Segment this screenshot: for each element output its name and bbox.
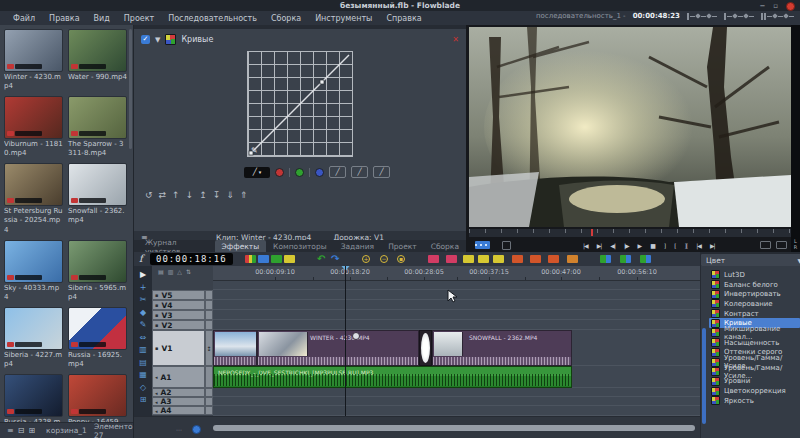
curves-editor[interactable]: ✎ (247, 51, 353, 157)
undo-icon[interactable]: ↶ (317, 252, 325, 265)
slip-tool-icon[interactable]: ▤ (139, 358, 147, 367)
track-active-indicator[interactable] (205, 388, 213, 397)
tab-Эффекты[interactable]: Эффекты (215, 240, 267, 252)
box-tool-icon[interactable]: ▦ (139, 370, 147, 379)
channel-select-button[interactable]: ╱ ▾ (244, 167, 270, 178)
clear-marks-icon[interactable]: ][ (685, 242, 688, 249)
trim-start-icon[interactable] (600, 255, 611, 263)
rows-view-icon[interactable]: ⊟ (18, 426, 25, 435)
chevron-down-icon[interactable]: ▼ (155, 36, 160, 44)
media-item[interactable]: Siberia - 4227.mp4 (4, 307, 63, 369)
move-up-icon[interactable]: ↑ (172, 190, 180, 200)
menu-item[interactable]: Инструменты (308, 14, 379, 23)
monitor-scrubber[interactable] (469, 229, 791, 237)
timeline-zoom-slider[interactable] (192, 425, 201, 434)
media-thumbnail[interactable] (68, 163, 127, 206)
media-scrollbar[interactable] (129, 29, 132, 149)
timeline-range-icon-2[interactable] (724, 13, 754, 20)
audio-mix-icon[interactable] (567, 255, 578, 263)
filter-category-select[interactable]: Цвет ▼ (700, 253, 800, 267)
filter-item[interactable]: Инвертировать (709, 289, 800, 299)
monitor-playhead[interactable] (591, 229, 593, 236)
filter-item[interactable]: Яркость (709, 396, 800, 406)
media-thumbnail[interactable] (68, 374, 127, 417)
track-active-indicator[interactable]: ↕ (205, 330, 213, 366)
move-top-icon[interactable]: ↥ (199, 190, 207, 200)
move-down-icon[interactable]: ↓ (186, 190, 194, 200)
grid-view-icon[interactable]: ⊞ (28, 426, 35, 435)
filter-item[interactable]: Lut3D (709, 270, 800, 280)
media-item[interactable]: Siberia - 5965.mp4 (68, 240, 127, 302)
media-item[interactable]: Snowfall - 2362.mp4 (68, 163, 127, 234)
lift-icon[interactable] (446, 255, 457, 263)
tab-Задания[interactable]: Задания (334, 240, 381, 252)
spacer-tool-icon[interactable]: ◇ (140, 383, 146, 392)
sync-icon[interactable]: △ (177, 268, 182, 275)
bin-menu-icon[interactable]: ≡ (7, 426, 14, 435)
zoom-in-icon[interactable]: + (362, 255, 370, 263)
timeline-scrollbar[interactable] (213, 425, 695, 431)
mark-out-icon[interactable]: [ (674, 242, 675, 249)
media-thumbnail[interactable] (4, 374, 63, 417)
clip-monitor-icon[interactable] (502, 241, 511, 250)
insert-icon[interactable] (271, 255, 282, 263)
next-frame-icon[interactable]: |▶ (624, 242, 629, 249)
filter-item[interactable]: Микширование канал... (709, 328, 800, 338)
save-stack-icon[interactable]: ⇓ (226, 190, 234, 200)
menu-item[interactable]: Проект (117, 14, 161, 23)
multitrim-tool-icon[interactable]: ⇔ (140, 333, 147, 342)
filter-item[interactable]: Баланс белого (709, 280, 800, 290)
timeline-range-icon-1[interactable] (687, 13, 717, 20)
move-tool-icon[interactable]: + (140, 283, 147, 292)
delete-range-icon[interactable] (493, 255, 504, 263)
append-icon[interactable] (463, 255, 474, 263)
timeline-ruler[interactable]: 00:00:09:1000:00:18:2000:00:28:0500:00:3… (213, 266, 700, 281)
filter-item[interactable]: Цветокоррекция (709, 386, 800, 396)
red-channel-icon[interactable] (275, 168, 284, 177)
cut-icon[interactable] (512, 255, 523, 263)
to-mark-in-icon[interactable]: |◀ (696, 242, 701, 249)
menu-item[interactable]: Вид (87, 14, 117, 23)
filter-item[interactable]: Уровень/Гамма/Усиле... (709, 367, 800, 377)
delete-filter-icon[interactable]: ✕ (452, 35, 459, 44)
menu-item[interactable]: Справка (379, 14, 428, 23)
minimize-icon[interactable]: − (759, 2, 765, 10)
bin-name[interactable]: корзина_1 (46, 426, 87, 435)
curve-linear-button[interactable]: ╱ (329, 166, 346, 178)
cut-tool-icon[interactable]: ✂ (140, 295, 147, 304)
filter-badge-icon[interactable] (352, 332, 360, 340)
media-thumbnail[interactable] (68, 240, 127, 283)
tab-Журнал участков[interactable]: Журнал участков (138, 240, 215, 252)
curve-scurve-button[interactable]: ╱ (373, 166, 390, 178)
maximize-icon[interactable]: ▫ (773, 2, 778, 10)
track-header-V4[interactable]: ▪V4 (152, 300, 205, 310)
zoom-fit-icon[interactable]: ▪ (397, 255, 405, 263)
track-active-indicator[interactable] (205, 397, 213, 406)
track-active-indicator[interactable] (205, 366, 213, 388)
media-item[interactable]: The Sparrow - 3311-8.mp4 (68, 96, 127, 158)
menu-item[interactable]: Последовательность (161, 14, 264, 23)
track-active-indicator[interactable] (205, 406, 213, 415)
pointer-tool-icon[interactable]: ▶ (140, 270, 146, 279)
media-item[interactable]: St Petersburg Russia - 20254.mp4 (4, 163, 63, 234)
redo-icon[interactable]: ↷ (331, 252, 339, 265)
marker-tool-icon[interactable]: ⊞ (140, 395, 147, 404)
tab-Композиторы[interactable]: Композиторы (266, 240, 334, 252)
mark-in-icon[interactable]: ] (664, 242, 665, 249)
menu-item[interactable]: Правка (42, 14, 86, 23)
timeline-playhead[interactable] (345, 266, 346, 416)
media-item[interactable]: Viburnum - 11810.mp4 (4, 96, 63, 158)
green-channel-icon[interactable] (295, 168, 304, 177)
media-thumbnail[interactable] (4, 163, 63, 206)
keyframe-tool-icon[interactable]: ✎ (140, 320, 147, 329)
track-header-A2[interactable]: ◂A2 (152, 388, 205, 397)
video-clip[interactable]: WINTER - 4230.MP4 (257, 330, 419, 366)
load-stack-icon[interactable]: ⇑ (240, 190, 248, 200)
filter-item[interactable]: Контраст (709, 309, 800, 319)
timeline-range-icon-3[interactable] (761, 13, 794, 20)
media-thumbnail[interactable] (68, 29, 127, 72)
blue-channel-icon[interactable] (315, 168, 324, 177)
stop-icon[interactable]: ■ (650, 242, 655, 249)
roll-tool-icon[interactable]: ▥ (139, 345, 147, 354)
fullscreen-icon[interactable] (776, 241, 787, 249)
